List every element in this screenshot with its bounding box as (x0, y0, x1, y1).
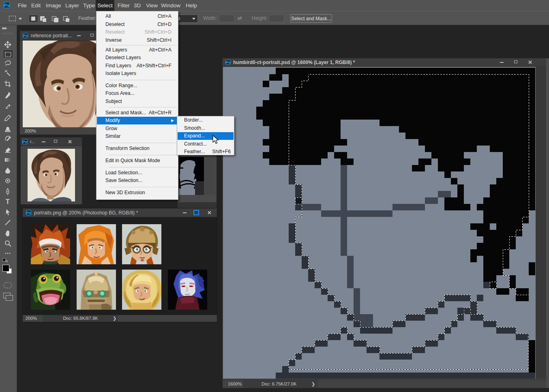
svg-text:T: T (6, 198, 10, 205)
